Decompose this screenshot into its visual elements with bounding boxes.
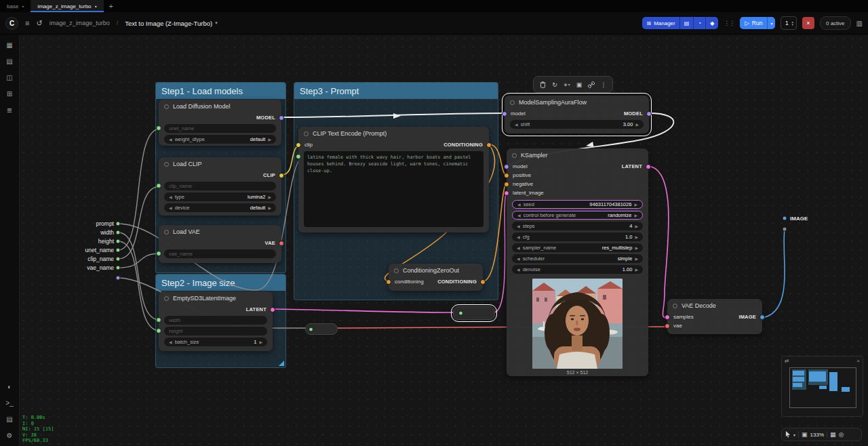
group-title[interactable]: Step1 - Load models (156, 83, 285, 99)
widget-seed[interactable]: ◀ seed 946311704381026 ▶ (512, 200, 643, 209)
minimap-swap-icon[interactable]: ⇄ (785, 358, 789, 364)
widget-height[interactable]: height (164, 327, 267, 336)
minimap-view[interactable] (782, 365, 863, 415)
widget-type[interactable]: ◀ type lumina2 ▶ (164, 192, 276, 201)
reroute-input-port[interactable] (458, 311, 463, 316)
widget-width[interactable]: width (164, 316, 267, 325)
conditioning-output-port[interactable] (480, 279, 486, 285)
model-input-port[interactable] (502, 111, 507, 117)
widget-vae-name[interactable]: vae_name (164, 249, 276, 258)
manager-extra-button-3[interactable]: ◆ (705, 17, 718, 29)
increment-icon[interactable]: ▶ (635, 268, 638, 272)
decrement-icon[interactable]: ◀ (169, 195, 172, 199)
increment-icon[interactable]: ▶ (634, 203, 637, 207)
latent-output-port[interactable] (646, 164, 651, 169)
node-load-clip[interactable]: Load CLIP CLIP clip_name ◀ type lumina2 … (159, 157, 281, 216)
pointer-mode-caret[interactable]: ▾ (793, 432, 795, 437)
clip-name-input-port[interactable] (156, 183, 161, 188)
stepper-arrows[interactable]: ▴ ▾ (791, 20, 793, 26)
clear-queue-button[interactable]: × (802, 17, 814, 29)
io-label-prompt[interactable]: prompt (69, 220, 114, 227)
unet-name-port[interactable] (116, 248, 121, 253)
height-input-port[interactable] (156, 328, 161, 333)
run-options-caret[interactable]: ▾ (767, 17, 775, 29)
decrement-icon[interactable]: ◀ (517, 235, 520, 239)
reroute-latent[interactable] (453, 306, 495, 320)
model-output-port[interactable] (646, 111, 652, 117)
active-jobs-badge[interactable]: 0 active (820, 16, 851, 30)
minimap-panel[interactable]: ⇄ × (781, 356, 863, 417)
reroute-input-port[interactable] (309, 327, 313, 331)
decrement-icon[interactable]: ◀ (169, 206, 172, 210)
node-load-diffusion-model[interactable]: Load Diffusion Model MODEL unet_name ◀ w… (159, 100, 281, 146)
widget-shift[interactable]: ◀ shift 3.00 ▶ (510, 120, 644, 129)
increment-icon[interactable]: ▶ (635, 224, 638, 228)
run-button[interactable]: ▷ Run (740, 17, 767, 29)
increment-icon[interactable]: ▶ (268, 195, 271, 199)
io-label-width[interactable]: width (69, 229, 114, 236)
node-load-vae[interactable]: Load VAE VAE vae_name (159, 225, 281, 263)
prompt-text-widget[interactable]: latina female with thick wavy hair, harb… (304, 151, 484, 227)
new-tab-button[interactable]: + (104, 2, 119, 10)
refresh-node-button[interactable]: ↻ (549, 79, 560, 90)
fit-view-button[interactable]: ▣ (802, 431, 808, 438)
sidebar-templates-icon[interactable]: ▤ (3, 54, 16, 68)
width-input-port[interactable] (156, 317, 161, 323)
node-empty-sd3-latent-image[interactable]: EmptySD3LatentImage LATENT width height … (159, 291, 273, 351)
vae-name-input-port[interactable] (156, 251, 161, 256)
height-port[interactable] (116, 239, 121, 244)
io-label-height[interactable]: height (69, 238, 114, 245)
conditioning-input-port[interactable] (386, 279, 391, 285)
widget-cfg[interactable]: ◀ cfg 1.0 ▶ (512, 232, 643, 241)
io-label-image[interactable]: IMAGE (790, 216, 808, 222)
clip-input-port[interactable] (296, 142, 301, 148)
clip-name-port[interactable] (116, 257, 121, 262)
sidebar-models-icon[interactable]: ≣ (3, 103, 16, 117)
sidebar-theme-icon[interactable]: ◐ (3, 380, 16, 393)
decrement-icon[interactable]: ◀ (515, 123, 518, 127)
increment-icon[interactable]: ▶ (634, 214, 637, 218)
model-output-port[interactable] (279, 115, 284, 121)
decrement-icon[interactable]: ◀ (517, 257, 520, 261)
comfyui-logo[interactable]: C (5, 17, 18, 30)
vae-name-port[interactable] (116, 266, 121, 270)
image-out-port[interactable] (783, 216, 787, 221)
zoom-level[interactable]: 133% (810, 432, 824, 438)
io-label-vae-name[interactable]: vae_name (69, 264, 114, 271)
vae-output-port[interactable] (279, 241, 284, 246)
sidebar-terminal-icon[interactable]: >_ (3, 396, 16, 409)
decrement-icon[interactable]: ▾ (791, 23, 793, 26)
manager-extra-button-2[interactable]: ◔ (693, 17, 705, 29)
node-vae-decode[interactable]: VAE Decode samples IMAGE vae (667, 299, 762, 334)
widget-batch-size[interactable]: ◀ batch_size 1 ▶ (164, 338, 267, 346)
image-route-port[interactable] (783, 227, 787, 232)
vae-route-port[interactable] (116, 276, 121, 281)
node-ksampler[interactable]: KSampler model LATENT positive negative … (507, 148, 648, 376)
widget-unet-name[interactable]: unet_name (164, 124, 276, 133)
widget-scheduler[interactable]: ◀ scheduler simple ▶ (512, 254, 643, 263)
prompt-port[interactable] (116, 222, 121, 226)
model-input-port[interactable] (504, 164, 509, 169)
unet-name-input-port[interactable] (156, 125, 161, 131)
toggle-grid-button[interactable]: ▦ (830, 431, 836, 438)
decrement-icon[interactable]: ◀ (169, 340, 172, 344)
increment-icon[interactable]: ▶ (635, 246, 638, 250)
text-input-port[interactable] (296, 154, 301, 159)
conditioning-output-port[interactable] (486, 142, 492, 148)
increment-icon[interactable]: ▶ (635, 257, 638, 261)
node-clip-text-encode[interactable]: CLIP Text Encode (Prompt) clip CONDITION… (298, 127, 489, 232)
tab-base[interactable]: base ● (0, 0, 31, 12)
widget-sampler-name[interactable]: ◀ sampler_name res_multistep ▶ (512, 243, 643, 252)
widget-denoise[interactable]: ◀ denoise 1.00 ▶ (512, 265, 643, 274)
decrement-icon[interactable]: ◀ (517, 268, 520, 272)
focus-button[interactable]: ◎ (839, 431, 844, 438)
latent-image-input-port[interactable] (504, 190, 509, 196)
clip-output-port[interactable] (279, 173, 284, 178)
pointer-mode-button[interactable] (785, 431, 791, 438)
widget-clip-name[interactable]: clip_name (164, 182, 276, 190)
drag-handle-icon[interactable]: ⋮⋮ (724, 20, 734, 26)
link-node-button[interactable] (586, 79, 597, 90)
increment-icon[interactable]: ▶ (268, 138, 271, 142)
negative-input-port[interactable] (504, 182, 509, 187)
manager-button[interactable]: ⊞ Manager (642, 17, 679, 29)
